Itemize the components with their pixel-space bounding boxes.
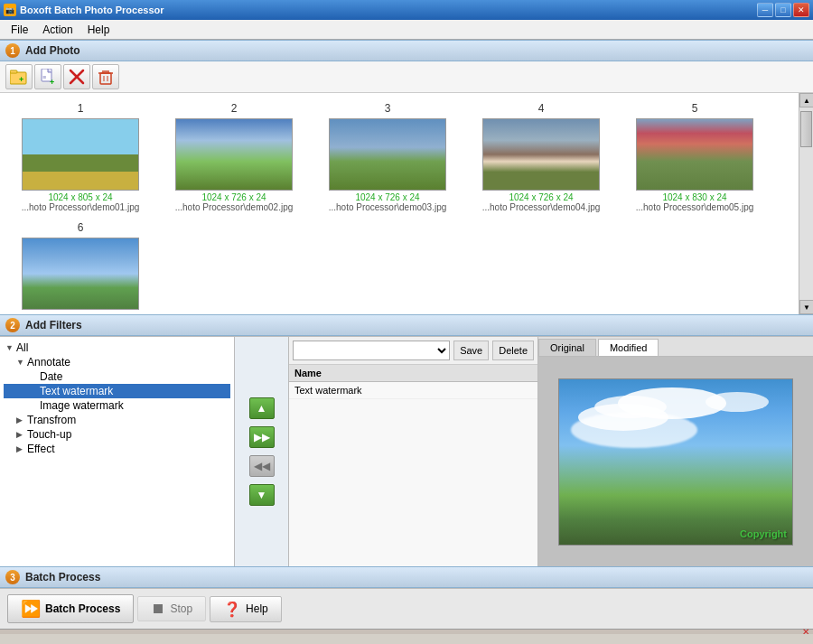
window-controls: ─ □ ✕: [757, 3, 809, 17]
tree-label-effect: Effect: [27, 443, 54, 455]
photo-size-5: 1024 x 830 x 24: [662, 192, 726, 202]
expander-date: [29, 372, 38, 381]
minimize-button[interactable]: ─: [757, 3, 773, 17]
photo-cell-2[interactable]: 2 1024 x 726 x 24 ...hoto Processor\demo…: [157, 97, 311, 216]
filter-table: Name Text watermark: [289, 365, 537, 566]
copyright-text: Copyright: [740, 528, 787, 539]
tree-item-touch-up[interactable]: ▶ Touch-up: [4, 427, 230, 442]
photo-cell-1[interactable]: 1 1024 x 805 x 24 ...hoto Processor\demo…: [4, 97, 157, 216]
scroll-down-arrow[interactable]: ▼: [799, 300, 813, 314]
menu-bar: File Action Help: [0, 20, 813, 40]
photo-cell-6[interactable]: 6: [4, 216, 157, 314]
svg-rect-8: [100, 73, 111, 84]
photo-num-2: 2: [231, 102, 238, 115]
expander-all: ▼: [5, 343, 14, 352]
tree-label-touch-up: Touch-up: [27, 428, 71, 441]
move-right-double-button[interactable]: ▶▶: [249, 426, 275, 448]
filter-controls: ▲ ▶▶ ◀◀ ▼: [235, 337, 289, 566]
photo-num-3: 3: [385, 102, 391, 115]
bottom-close-icon: ✕: [802, 627, 809, 634]
maximize-button[interactable]: □: [775, 3, 791, 17]
tree-item-text-watermark[interactable]: Text watermark: [4, 384, 230, 398]
batch-process-label: Batch Process: [45, 602, 120, 615]
tree-label-date: Date: [40, 370, 62, 383]
clear-button[interactable]: [92, 64, 119, 89]
tab-modified[interactable]: Modified: [598, 339, 659, 356]
preview-image: Copyright: [558, 378, 793, 546]
tree-item-effect[interactable]: ▶ Effect: [4, 442, 230, 456]
add-folder-button[interactable]: +: [5, 64, 33, 89]
batch-process-icon: ⏩: [21, 599, 41, 619]
section3-label: Batch Process: [25, 571, 100, 583]
photo-toolbar: + ≡ +: [0, 61, 813, 93]
batch-process-button[interactable]: ⏩ Batch Process: [7, 594, 134, 623]
svg-rect-0: [10, 72, 26, 84]
filter-row-1-name: Text watermark: [289, 382, 537, 399]
photo-cell-3[interactable]: 3 1024 x 726 x 24 ...hoto Processor\demo…: [311, 97, 464, 216]
close-button[interactable]: ✕: [793, 3, 809, 17]
photo-size-3: 1024 x 726 x 24: [355, 192, 419, 202]
photo-num-4: 4: [538, 102, 545, 115]
help-label: Help: [246, 602, 268, 615]
section3-num: 3: [5, 570, 20, 584]
expander-touch-up: ▶: [16, 430, 25, 439]
section1-num: 1: [5, 43, 20, 58]
photo-cell-4[interactable]: 4 1024 x 726 x 24 ...hoto Processor\demo…: [464, 97, 618, 216]
stop-label: Stop: [170, 602, 192, 615]
svg-text:+: +: [19, 75, 23, 84]
section1-header: 1 Add Photo: [0, 40, 813, 61]
help-button[interactable]: ❓ Help: [210, 596, 282, 622]
move-down-button[interactable]: ▼: [249, 484, 275, 506]
tab-original[interactable]: Original: [538, 339, 596, 356]
menu-file[interactable]: File: [4, 22, 35, 38]
photo-scrollbar[interactable]: ▲ ▼: [799, 93, 813, 314]
scroll-up-arrow[interactable]: ▲: [799, 93, 813, 107]
section3-header: 3 Batch Process: [0, 566, 813, 588]
filter-tree: ▼ All ▼ Annotate Date Text watermark Ima…: [0, 337, 235, 566]
preview-tabs: Original Modified: [538, 337, 813, 357]
scroll-track[interactable]: [799, 107, 813, 300]
filter-save-button[interactable]: Save: [453, 341, 489, 360]
expander-transform: ▶: [16, 415, 25, 425]
menu-action[interactable]: Action: [35, 22, 79, 38]
tree-label-transform: Transfrom: [27, 414, 76, 426]
photo-cell-5[interactable]: 5 1024 x 830 x 24 ...hoto Processor\demo…: [618, 97, 771, 216]
section2-header: 2 Add Filters: [0, 314, 813, 336]
menu-help[interactable]: Help: [80, 22, 117, 38]
photo-size-1: 1024 x 805 x 24: [48, 192, 112, 202]
svg-text:+: +: [50, 78, 54, 85]
filter-delete-button[interactable]: Delete: [492, 341, 534, 360]
help-icon: ❓: [223, 601, 241, 618]
tree-item-annotate[interactable]: ▼ Annotate: [4, 355, 230, 369]
tree-item-image-watermark[interactable]: Image watermark: [4, 398, 230, 413]
stop-button[interactable]: ⏹ Stop: [137, 596, 206, 621]
photo-size-4: 1024 x 726 x 24: [509, 192, 573, 202]
remove-button[interactable]: [63, 64, 90, 89]
filter-row-1[interactable]: Text watermark: [289, 382, 537, 399]
photo-num-6: 6: [78, 221, 84, 234]
tree-label-text-watermark: Text watermark: [40, 385, 113, 397]
photo-path-4: ...hoto Processor\demo04.jpg: [482, 202, 601, 212]
app-title: Boxoft Batch Photo Processor: [20, 5, 164, 15]
title-bar: 📷 Boxoft Batch Photo Processor ─ □ ✕: [0, 0, 813, 20]
expander-effect: ▶: [16, 444, 25, 453]
scroll-thumb[interactable]: [800, 111, 812, 147]
expander-text-watermark: [29, 387, 38, 396]
add-file-button[interactable]: ≡ +: [34, 64, 61, 89]
move-left-double-button[interactable]: ◀◀: [249, 455, 275, 477]
filter-preset-dropdown[interactable]: [293, 341, 450, 360]
section1-label: Add Photo: [25, 44, 80, 57]
photo-size-2: 1024 x 726 x 24: [201, 192, 266, 202]
tree-item-all[interactable]: ▼ All: [4, 341, 230, 355]
photo-path-1: ...hoto Processor\demo01.jpg: [22, 202, 140, 212]
photo-path-5: ...hoto Processor\demo05.jpg: [636, 202, 754, 212]
stop-icon: ⏹: [151, 601, 165, 617]
preview-image-area: Copyright: [538, 357, 813, 566]
filter-table-header: Name: [289, 365, 537, 382]
expander-annotate: ▼: [16, 358, 25, 367]
move-up-button[interactable]: ▲: [249, 397, 275, 419]
tree-item-transform[interactable]: ▶ Transfrom: [4, 413, 230, 427]
tree-item-date[interactable]: Date: [4, 369, 230, 384]
tree-label-image-watermark: Image watermark: [40, 399, 124, 412]
section2-num: 2: [5, 318, 20, 332]
